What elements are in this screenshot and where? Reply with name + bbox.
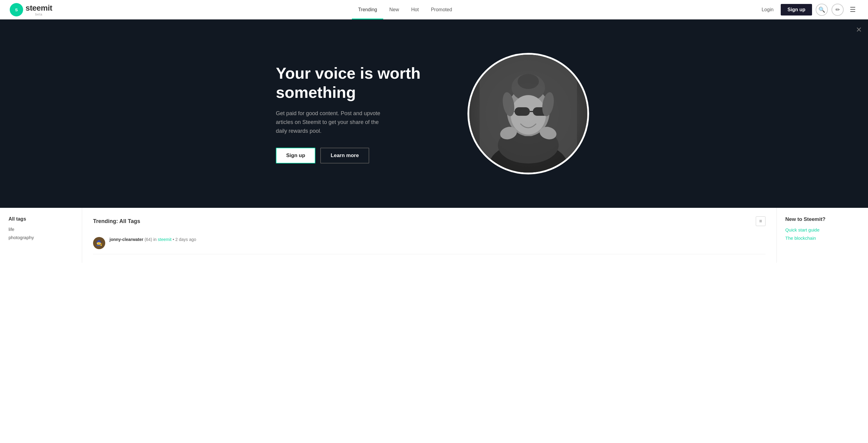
search-button[interactable]: 🔍 (816, 4, 828, 16)
avatar-emoji: 🧙 (96, 240, 102, 246)
tab-trending[interactable]: Trending (352, 0, 383, 20)
svg-rect-10 (515, 107, 530, 116)
right-sidebar-title: New to Steemit? (785, 216, 860, 223)
post-separator: • (173, 237, 176, 242)
post-author[interactable]: jonny-clearwater (110, 237, 143, 242)
logo-beta: beta (26, 13, 52, 16)
hero-learn-more-button[interactable]: Learn more (320, 148, 369, 164)
quick-start-guide-link[interactable]: Quick start guide (785, 227, 860, 232)
hamburger-icon: ☰ (850, 6, 856, 13)
sidebar-item-life[interactable]: life (8, 227, 73, 232)
main-content: All tags life photography Trending: All … (0, 208, 868, 263)
post-score: (64) (145, 237, 152, 242)
sidebar-item-photography[interactable]: photography (8, 235, 73, 240)
close-button[interactable]: ✕ (856, 26, 862, 34)
center-content: Trending: All Tags ≡ 🧙 jonny-clearwater … (82, 208, 777, 263)
logo-text-wrap: steemit beta (26, 3, 52, 16)
post-tag[interactable]: steemit (158, 237, 172, 242)
hero-title: Your voice is worth something (276, 64, 452, 102)
hero-person-svg (479, 55, 577, 173)
right-sidebar: New to Steemit? Quick start guide The bl… (777, 208, 868, 263)
login-button[interactable]: Login (758, 5, 777, 15)
left-sidebar: All tags life photography (0, 208, 82, 263)
list-view-button[interactable]: ≡ (756, 216, 766, 226)
nav-tabs: Trending New Hot Promoted (352, 0, 458, 20)
trending-title: Trending: All Tags (93, 218, 140, 225)
search-icon: 🔍 (818, 6, 825, 13)
hero-image-wrap (464, 53, 592, 174)
hero-circle-inner (469, 55, 587, 173)
post-meta: jonny-clearwater (64) in steemit • 2 day… (110, 237, 196, 242)
hero-banner: ✕ Your voice is worth something Get paid… (0, 20, 868, 208)
trending-header: Trending: All Tags ≡ (93, 216, 766, 226)
tab-promoted[interactable]: Promoted (425, 0, 458, 20)
logo-icon[interactable]: S (10, 3, 23, 16)
hero-inner: Your voice is worth something Get paid f… (251, 35, 617, 193)
edit-icon: ✏ (835, 6, 840, 13)
tab-hot[interactable]: Hot (405, 0, 425, 20)
blockchain-link[interactable]: The blockchain (785, 236, 860, 241)
tab-new[interactable]: New (383, 0, 405, 20)
hero-signup-button[interactable]: Sign up (276, 148, 315, 164)
post-time: 2 days ago (176, 237, 196, 242)
navbar-right: Login Sign up 🔍 ✏ ☰ (758, 3, 858, 16)
post-in: in (153, 237, 158, 242)
edit-button[interactable]: ✏ (832, 4, 844, 16)
hero-circle-image (467, 53, 589, 174)
menu-button[interactable]: ☰ (847, 3, 858, 16)
navbar: S steemit beta Trending New Hot Promoted… (0, 0, 868, 20)
list-icon: ≡ (759, 218, 762, 224)
svg-point-8 (518, 74, 539, 89)
table-row: 🧙 jonny-clearwater (64) in steemit • 2 d… (93, 232, 766, 254)
sidebar-title: All tags (8, 216, 73, 222)
avatar: 🧙 (93, 237, 105, 249)
signup-button[interactable]: Sign up (781, 4, 812, 15)
hero-actions: Sign up Learn more (276, 148, 452, 164)
svg-text:S: S (15, 7, 18, 12)
hero-subtitle: Get paid for good content. Post and upvo… (276, 109, 392, 135)
navbar-left: S steemit beta (10, 3, 52, 16)
logo-text: steemit (26, 3, 52, 13)
hero-text: Your voice is worth something Get paid f… (276, 64, 452, 163)
